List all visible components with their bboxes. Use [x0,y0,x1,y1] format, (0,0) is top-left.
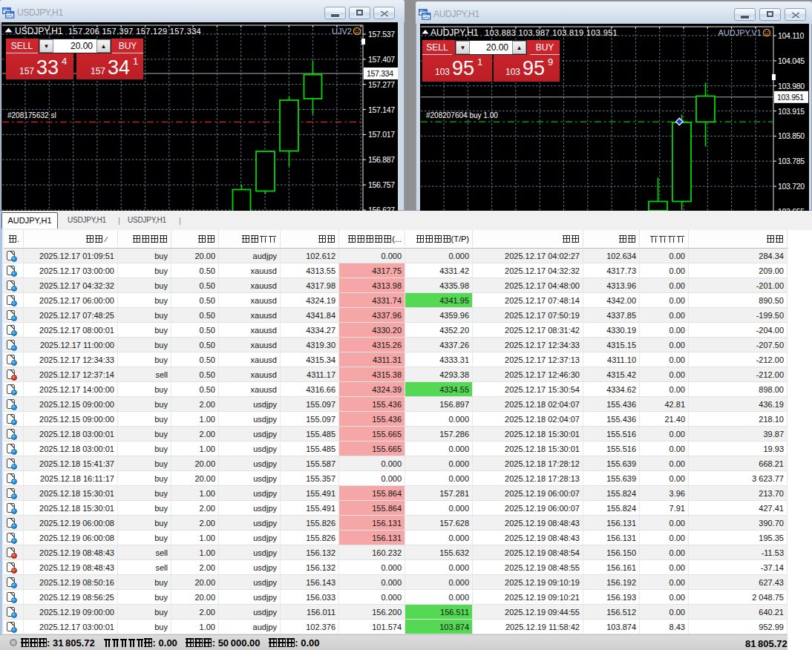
svg-text:103.883 103.987 103.819 103.95: 103.883 103.987 103.819 103.951 [485,28,618,37]
svg-text:104.045: 104.045 [778,56,805,65]
svg-text:103.720: 103.720 [778,182,805,191]
svg-text:AUDJPY,H1: AUDJPY,H1 [430,27,479,38]
svg-text:#208175632 sl: #208175632 sl [7,111,56,119]
svg-text:157.206 157.397 157.129 157.33: 157.206 157.397 157.129 157.334 [68,27,201,36]
svg-text:157.147: 157.147 [368,105,395,114]
svg-text:103.915: 103.915 [778,107,805,116]
svg-text:156.757: 156.757 [368,180,395,189]
svg-text:103.850: 103.850 [778,131,805,140]
svg-text:103.951: 103.951 [777,93,804,102]
svg-text:157.277: 157.277 [368,80,395,89]
svg-text:103.785: 103.785 [778,157,805,165]
svg-text:157.537: 157.537 [368,30,395,39]
svg-text:157.334: 157.334 [367,69,393,78]
svg-text:156.887: 156.887 [368,155,395,164]
svg-text:USDJPY,H1: USDJPY,H1 [15,26,63,36]
svg-text:#208207604 buy 1.00: #208207604 buy 1.00 [426,111,498,119]
svg-text:104.110: 104.110 [778,31,805,40]
svg-text:103.980: 103.980 [778,82,805,91]
svg-text:AUDJPY,V1: AUDJPY,V1 [718,28,762,37]
svg-text:157.017: 157.017 [368,130,395,139]
svg-text:UJV2: UJV2 [332,27,352,36]
svg-text:157.407: 157.407 [368,55,395,64]
svg-text:156.627: 156.627 [368,206,395,211]
